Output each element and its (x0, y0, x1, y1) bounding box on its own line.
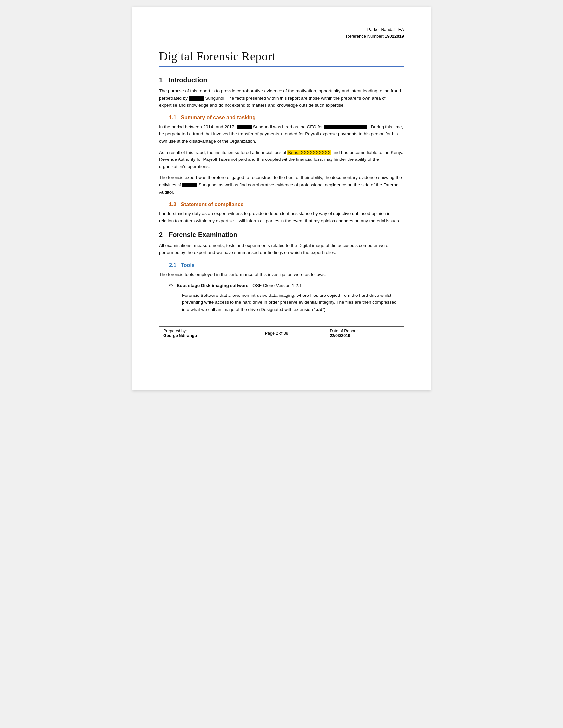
redacted-org-1 (324, 125, 367, 129)
bullet-1-description: Forensic Software that allows non-intrus… (182, 292, 404, 313)
s1-1-para2: As a result of this fraud, the instituti… (159, 149, 404, 170)
section-1-heading: 1Introduction (159, 76, 404, 84)
s1-1-para1: In the period between 2014, and 2017, Su… (159, 123, 404, 145)
section-1-2-heading: 1.2Statement of compliance (169, 202, 404, 207)
report-title: Digital Forensic Report (159, 49, 404, 63)
bullet-item-1: ∞ Boot stage Disk imaging software - OSF… (169, 282, 404, 289)
header-info: Parker Randall- EA Reference Number: 190… (159, 26, 404, 39)
section-2-intro: All examinations, measurements, tests an… (159, 242, 404, 256)
prepared-label: Prepared by: (163, 329, 187, 333)
s2-1-intro: The forensic tools employed in the perfo… (159, 271, 404, 278)
bullet-1-text: Boot stage Disk imaging software - OSF C… (176, 282, 302, 289)
page-cell: Page 2 of 38 (227, 327, 326, 340)
financial-loss-highlight: Kshs. XXXXXXXXXX (288, 150, 331, 155)
prepared-name: George Ndirangu (163, 333, 223, 338)
s1-2-para1: I understand my duty as an expert witnes… (159, 210, 404, 224)
ref-label: Reference Number: (346, 34, 384, 39)
footer-table: Prepared by: George Ndirangu Page 2 of 3… (159, 326, 404, 340)
document-page: Parker Randall- EA Reference Number: 190… (132, 7, 431, 390)
bullet-1-sub-text: Forensic Software that allows non-intrus… (182, 292, 404, 313)
company-name: Parker Randall- EA (159, 26, 404, 33)
ref-number: 19022019 (385, 34, 404, 39)
title-divider (159, 66, 404, 67)
section-1-1-heading: 1.1Summary of case and tasking (169, 115, 404, 121)
prepared-cell: Prepared by: George Ndirangu (159, 327, 228, 340)
section-1-intro: The purpose of this report is to provide… (159, 87, 404, 109)
redacted-name-1 (189, 96, 204, 101)
redacted-name-3 (182, 183, 197, 187)
date-value: 22/03/2019 (330, 333, 400, 338)
date-cell: Date of Report: 22/03/2019 (326, 327, 404, 340)
date-label: Date of Report: (330, 329, 358, 333)
redacted-name-2 (237, 125, 252, 129)
reference-line: Reference Number: 19022019 (159, 33, 404, 40)
page-number: Page 2 of 38 (265, 331, 289, 336)
tools-list: ∞ Boot stage Disk imaging software - OSF… (169, 282, 404, 313)
section-2-heading: 2Forensic Examination (159, 231, 404, 239)
section-2-1-heading: 2.1Tools (169, 262, 404, 268)
s1-1-para3: The forensic expert was therefore engage… (159, 174, 404, 196)
bullet-infinity-icon: ∞ (169, 282, 172, 288)
